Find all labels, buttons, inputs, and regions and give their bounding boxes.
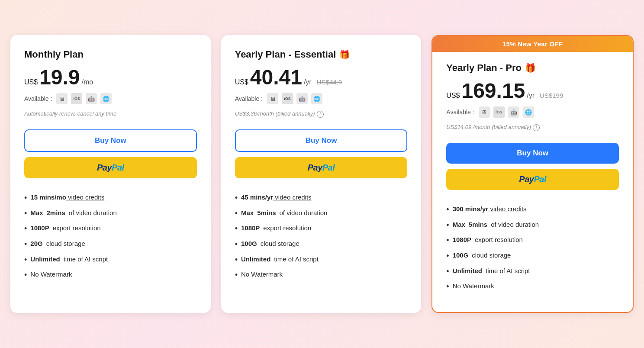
android-icon: 🤖 [508, 106, 519, 118]
feature-item: 45 mins/yr video credits [235, 190, 408, 206]
plan-title: Monthly Plan [24, 49, 197, 60]
desktop-icon: 🖥 [267, 93, 278, 104]
feat-text: No Watermark [453, 282, 494, 290]
billing-note: US$14.09 /month (billed annually)i [446, 124, 619, 132]
feat-bold: Max [30, 209, 43, 216]
feat-rest: time of AI script [274, 255, 319, 263]
plan-card-yearly-pro: 15% New Year OFFYearly Plan - Pro 🎁 US$ … [431, 35, 634, 313]
buy-now-button[interactable]: Buy Now [235, 129, 408, 152]
feat-rest: export resolution [475, 236, 523, 243]
paypal-text: PayPal [519, 174, 546, 184]
price-currency: US$ [24, 78, 38, 86]
platform-row: Available : 🖥 iOS 🤖 🌐 [24, 93, 197, 104]
price-currency: US$ [235, 78, 248, 86]
price-amount: 169.15 [461, 81, 525, 101]
price-row: US$ 19.9 /mo [24, 67, 197, 88]
gift-icon: 🎁 [525, 63, 536, 73]
feat-text: No Watermark [30, 271, 72, 278]
feat-bold: 1080P [30, 224, 49, 232]
billing-note: US$3.36/month (billed annually)i [235, 110, 408, 119]
platform-icons: 🖥 iOS 🤖 🌐 [267, 93, 322, 104]
feat-bold: Unlimited [453, 267, 482, 274]
buy-now-button[interactable]: Buy Now [24, 129, 197, 152]
feature-item: 20G cloud storage [24, 237, 197, 252]
feat-rest: cloud storage [261, 240, 299, 247]
billing-note: Automatically renew, cancel any time. [24, 110, 197, 119]
price-row: US$ 169.15 /yr US$199 [446, 81, 619, 101]
features-list: 300 mins/yr video creditsMax 5mins of vi… [446, 202, 619, 295]
feat-link: video credits [273, 193, 311, 201]
feat-bold: 45 mins/yr [241, 193, 273, 201]
info-icon: i [317, 111, 324, 118]
feat-rest: cloud storage [472, 251, 511, 259]
feat-bold: Unlimited [30, 255, 60, 263]
web-icon: 🌐 [100, 93, 112, 104]
feat-bold: Max [241, 209, 254, 216]
pricing-container: Monthly Plan US$ 19.9 /mo Available : 🖥 … [10, 35, 634, 313]
available-label: Available : [235, 95, 263, 102]
gift-icon: 🎁 [339, 49, 350, 60]
feature-item: 1080P export resolution [24, 221, 197, 237]
feat-bold: 100G [241, 240, 257, 247]
available-label: Available : [446, 109, 474, 116]
feature-item: 100G cloud storage [446, 248, 619, 264]
feature-item: Max 5mins of video duration [446, 218, 619, 233]
feat-rest: time of AI script [64, 255, 108, 263]
feature-item: 100G cloud storage [235, 237, 408, 252]
feat-bold: 15 mins/mo [30, 193, 66, 201]
paypal-button[interactable]: PayPal [446, 169, 619, 190]
available-label: Available : [24, 95, 52, 102]
feat-link: video credits [66, 193, 104, 201]
price-currency: US$ [446, 92, 460, 100]
feature-item: 1080P export resolution [235, 221, 408, 237]
paypal-text: PayPal [308, 163, 335, 172]
ios-icon: iOS [282, 93, 293, 104]
feat-bold: Unlimited [241, 255, 270, 263]
price-row: US$ 40.41 /yr US$44.9 [235, 67, 408, 88]
features-list: 15 mins/mo video creditsMax 2mins of vid… [24, 190, 197, 296]
web-icon: 🌐 [311, 93, 322, 104]
feature-item: No Watermark [235, 267, 408, 283]
original-price: US$44.9 [317, 78, 342, 86]
feat-bold: 20G [30, 240, 42, 247]
plan-card-yearly-essential: Yearly Plan - Essential 🎁 US$ 40.41 /yr … [221, 35, 422, 313]
feat-rest: export resolution [263, 224, 311, 232]
feature-item: 1080P export resolution [446, 233, 619, 248]
original-price: US$199 [540, 92, 563, 99]
feat-bold2: 5mins [257, 209, 276, 216]
feature-item: Max 5mins of video duration [235, 206, 408, 222]
feat-rest: of video duration [69, 209, 117, 216]
ios-icon: iOS [493, 106, 505, 118]
android-icon: 🤖 [296, 93, 308, 104]
feat-bold: 100G [453, 251, 469, 259]
feature-item: No Watermark [24, 267, 197, 283]
paypal-button[interactable]: PayPal [235, 157, 408, 178]
feat-rest: of video duration [280, 209, 328, 216]
paypal-button[interactable]: PayPal [24, 157, 197, 178]
info-icon: i [533, 124, 540, 131]
feat-bold: 1080P [241, 224, 260, 232]
feat-bold: 300 mins/yr [453, 205, 489, 213]
feat-rest: of video duration [491, 221, 539, 228]
feat-link: video credits [488, 205, 526, 213]
promo-banner: 15% New Year OFF [432, 36, 633, 52]
feature-item: 15 mins/mo video credits [24, 190, 197, 206]
feature-item: Unlimited time of AI script [24, 252, 197, 268]
feature-item: 300 mins/yr video credits [446, 202, 619, 218]
paypal-text: PayPal [97, 163, 124, 172]
feat-rest: export resolution [53, 224, 101, 232]
feature-item: No Watermark [446, 279, 619, 295]
feat-text: No Watermark [241, 271, 283, 278]
feat-bold: Max [453, 221, 465, 228]
desktop-icon: 🖥 [56, 93, 68, 104]
plan-title: Yearly Plan - Essential 🎁 [235, 49, 408, 60]
feat-bold2: 5mins [469, 221, 487, 228]
price-period: /mo [82, 78, 93, 86]
buy-now-button[interactable]: Buy Now [446, 143, 619, 164]
platform-row: Available : 🖥 iOS 🤖 🌐 [446, 106, 619, 118]
ios-icon: iOS [71, 93, 82, 104]
plan-title: Yearly Plan - Pro 🎁 [446, 62, 619, 74]
feat-bold2: 2mins [47, 209, 65, 216]
desktop-icon: 🖥 [479, 106, 490, 118]
platform-row: Available : 🖥 iOS 🤖 🌐 [235, 93, 408, 104]
